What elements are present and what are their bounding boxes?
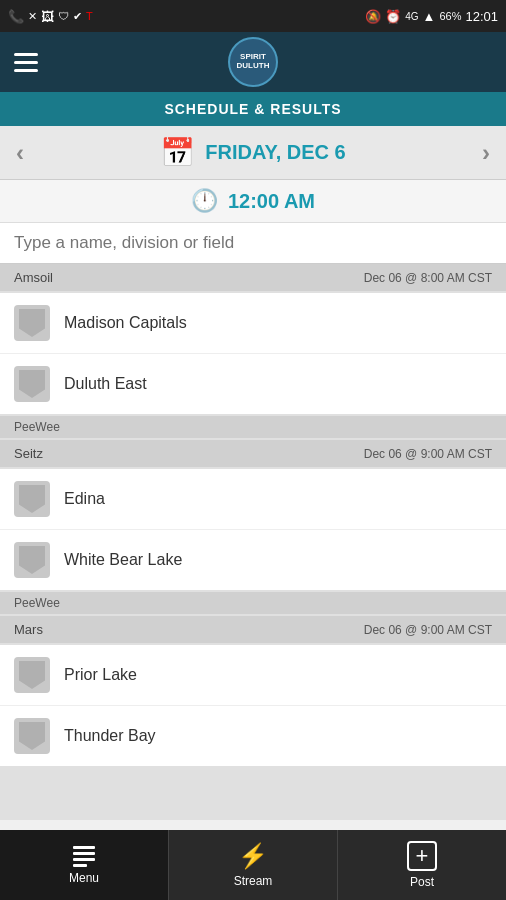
team-shield-whitebear bbox=[14, 542, 50, 578]
team-name-whitebear: White Bear Lake bbox=[64, 551, 182, 569]
game-card-amsoil[interactable]: Madison Capitals Duluth East bbox=[0, 293, 506, 414]
team-shield-madison bbox=[14, 305, 50, 341]
game-card-mars[interactable]: Prior Lake Thunder Bay bbox=[0, 645, 506, 766]
nav-item-post[interactable]: + Post bbox=[338, 830, 506, 900]
tmobile-icon: T bbox=[86, 10, 93, 22]
nav-label-post: Post bbox=[410, 875, 434, 889]
time-row: 🕛 12:00 AM bbox=[0, 180, 506, 223]
section-header-seitz: Seitz Dec 06 @ 9:00 AM CST bbox=[0, 440, 506, 467]
team-row-edina: Edina bbox=[0, 469, 506, 530]
venue-seitz: Seitz bbox=[14, 446, 43, 461]
team-row-dulutheast: Duluth East bbox=[0, 354, 506, 414]
team-name-priorlake: Prior Lake bbox=[64, 666, 137, 684]
game-card-seitz[interactable]: Edina White Bear Lake bbox=[0, 469, 506, 590]
team-shield-priorlake bbox=[14, 657, 50, 693]
schedule-title: SCHEDULE & RESULTS bbox=[164, 101, 341, 117]
shield-icon-edina bbox=[19, 485, 45, 513]
team-name-thunderbay: Thunder Bay bbox=[64, 727, 156, 745]
next-date-button[interactable]: › bbox=[482, 139, 490, 167]
logo: SPIRIT DULUTH bbox=[228, 37, 278, 87]
game-section-seitz: Seitz Dec 06 @ 9:00 AM CST Edina White B… bbox=[0, 440, 506, 614]
prev-date-button[interactable]: ‹ bbox=[16, 139, 24, 167]
menu-icon bbox=[73, 846, 95, 867]
mute-icon: 🔕 bbox=[365, 9, 381, 24]
datetime-mars: Dec 06 @ 9:00 AM CST bbox=[364, 623, 492, 637]
current-date: FRIDAY, DEC 6 bbox=[205, 141, 345, 164]
nav-item-menu[interactable]: Menu bbox=[0, 830, 169, 900]
x-icon: ✕ bbox=[28, 10, 37, 23]
logo-circle: SPIRIT DULUTH bbox=[228, 37, 278, 87]
shield-icon-madison bbox=[19, 309, 45, 337]
image-icon: 🖼 bbox=[41, 9, 54, 24]
current-time: 12:00 AM bbox=[228, 190, 315, 213]
team-shield-edina bbox=[14, 481, 50, 517]
nav-label-stream: Stream bbox=[234, 874, 273, 888]
bottom-navigation: Menu ⚡ Stream + Post bbox=[0, 830, 506, 900]
team-name-edina: Edina bbox=[64, 490, 105, 508]
shield-icon-whitebear bbox=[19, 546, 45, 574]
calendar-icon: 📅 bbox=[160, 136, 195, 169]
datetime-amsoil: Dec 06 @ 8:00 AM CST bbox=[364, 271, 492, 285]
status-right-icons: 🔕 ⏰ 4G ▲ 66% 12:01 bbox=[365, 9, 498, 24]
venue-amsoil: Amsoil bbox=[14, 270, 53, 285]
clock-icon: 🕛 bbox=[191, 188, 218, 214]
team-shield-thunderbay bbox=[14, 718, 50, 754]
search-input[interactable] bbox=[14, 233, 492, 253]
venue-mars: Mars bbox=[14, 622, 43, 637]
lte-icon: 4G bbox=[405, 11, 418, 22]
shield-icon: 🛡 bbox=[58, 10, 69, 22]
team-row-madison: Madison Capitals bbox=[0, 293, 506, 354]
post-icon: + bbox=[407, 841, 437, 871]
section-header-mars: Mars Dec 06 @ 9:00 AM CST bbox=[0, 616, 506, 643]
stream-icon: ⚡ bbox=[238, 842, 268, 870]
nav-item-stream[interactable]: ⚡ Stream bbox=[169, 830, 338, 900]
search-bar[interactable] bbox=[0, 223, 506, 264]
team-row-thunderbay: Thunder Bay bbox=[0, 706, 506, 766]
logo-text: SPIRIT DULUTH bbox=[237, 53, 270, 71]
game-section-mars: Mars Dec 06 @ 9:00 AM CST Prior Lake Thu… bbox=[0, 616, 506, 766]
schedule-header: SCHEDULE & RESULTS bbox=[0, 92, 506, 126]
team-row-whitebear: White Bear Lake bbox=[0, 530, 506, 590]
section-header-amsoil: Amsoil Dec 06 @ 8:00 AM CST bbox=[0, 264, 506, 291]
signal-icon: ▲ bbox=[423, 9, 436, 24]
division-badge-amsoil: PeeWee bbox=[0, 416, 506, 438]
team-name-dulutheast: Duluth East bbox=[64, 375, 147, 393]
team-row-priorlake: Prior Lake bbox=[0, 645, 506, 706]
nav-label-menu: Menu bbox=[69, 871, 99, 885]
check-icon: ✔ bbox=[73, 10, 82, 23]
datetime-seitz: Dec 06 @ 9:00 AM CST bbox=[364, 447, 492, 461]
time-display: 12:01 bbox=[465, 9, 498, 24]
schedule-content: Amsoil Dec 06 @ 8:00 AM CST Madison Capi… bbox=[0, 264, 506, 820]
hamburger-menu[interactable] bbox=[14, 53, 38, 72]
alarm-icon: ⏰ bbox=[385, 9, 401, 24]
app-header: SPIRIT DULUTH bbox=[0, 32, 506, 92]
team-shield-dulutheast bbox=[14, 366, 50, 402]
division-badge-seitz: PeeWee bbox=[0, 592, 506, 614]
battery-icon: 66% bbox=[439, 10, 461, 22]
team-name-madison: Madison Capitals bbox=[64, 314, 187, 332]
game-section-amsoil: Amsoil Dec 06 @ 8:00 AM CST Madison Capi… bbox=[0, 264, 506, 438]
date-display: 📅 FRIDAY, DEC 6 bbox=[160, 136, 345, 169]
call-icon: 📞 bbox=[8, 9, 24, 24]
shield-icon-thunderbay bbox=[19, 722, 45, 750]
status-bar: 📞 ✕ 🖼 🛡 ✔ T 🔕 ⏰ 4G ▲ 66% 12:01 bbox=[0, 0, 506, 32]
shield-icon-priorlake bbox=[19, 661, 45, 689]
shield-icon-dulutheast bbox=[19, 370, 45, 398]
date-navigation: ‹ 📅 FRIDAY, DEC 6 › bbox=[0, 126, 506, 180]
status-left-icons: 📞 ✕ 🖼 🛡 ✔ T bbox=[8, 9, 93, 24]
